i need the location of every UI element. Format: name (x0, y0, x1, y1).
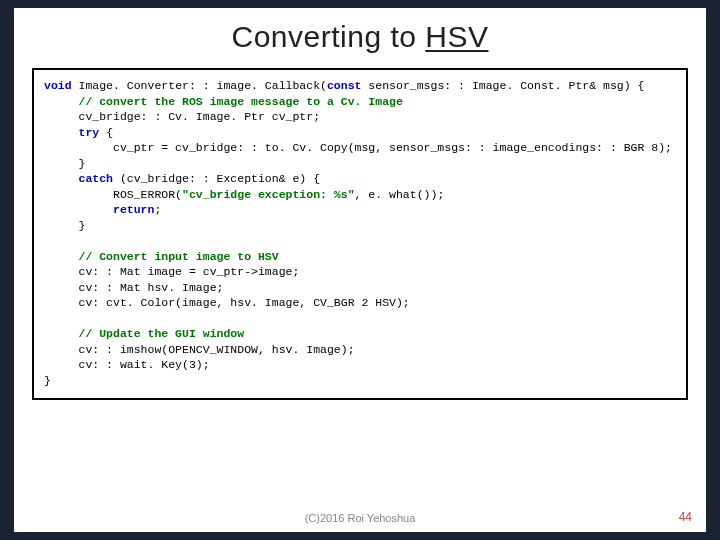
code-text: cv: : Mat hsv. Image; (44, 281, 223, 294)
code-text: ROS_ERROR( (44, 188, 182, 201)
code-text: cv: : imshow(OPENCV_WINDOW, hsv. Image); (44, 343, 355, 356)
code-text: cv: : wait. Key(3); (44, 358, 210, 371)
slide-title: Converting to HSV (14, 8, 706, 62)
code-text: } (44, 157, 85, 170)
page-number: 44 (679, 510, 692, 524)
comment: // Convert input image to HSV (44, 250, 279, 263)
title-plain: Converting to (232, 20, 426, 53)
code-text: (cv_bridge: : Exception& e) { (113, 172, 320, 185)
comment: // convert the ROS image message to a Cv… (44, 95, 403, 108)
code-text (44, 203, 113, 216)
code-text: ; (154, 203, 161, 216)
code-text: sensor_msgs: : Image. Const. Ptr& msg) { (361, 79, 644, 92)
code-text: } (44, 219, 85, 232)
string-literal: "cv_bridge exception: %s" (182, 188, 355, 201)
code-text: Image. Converter: : image. Callback( (72, 79, 327, 92)
kw-catch: catch (79, 172, 114, 185)
code-text: { (99, 126, 113, 139)
code-text: } (44, 374, 51, 387)
code-block: void Image. Converter: : image. Callback… (32, 68, 688, 400)
kw-try: try (79, 126, 100, 139)
code-text: cv: : Mat image = cv_ptr->image; (44, 265, 299, 278)
code-text: cv: cvt. Color(image, hsv. Image, CV_BGR… (44, 296, 410, 309)
code-text: cv_bridge: : Cv. Image. Ptr cv_ptr; (44, 110, 320, 123)
title-underlined: HSV (425, 20, 488, 53)
code-text: cv_ptr = cv_bridge: : to. Cv. Copy(msg, … (44, 141, 672, 154)
slide: Converting to HSV void Image. Converter:… (14, 8, 706, 532)
kw-void: void (44, 79, 72, 92)
comment: // Update the GUI window (44, 327, 244, 340)
copyright-text: (C)2016 Roi Yehoshua (305, 512, 416, 524)
kw-return: return (113, 203, 154, 216)
kw-const: const (327, 79, 362, 92)
code-text (44, 126, 79, 139)
code-text (44, 172, 79, 185)
code-text: , e. what()); (355, 188, 445, 201)
footer: (C)2016 Roi Yehoshua 44 (14, 512, 706, 524)
